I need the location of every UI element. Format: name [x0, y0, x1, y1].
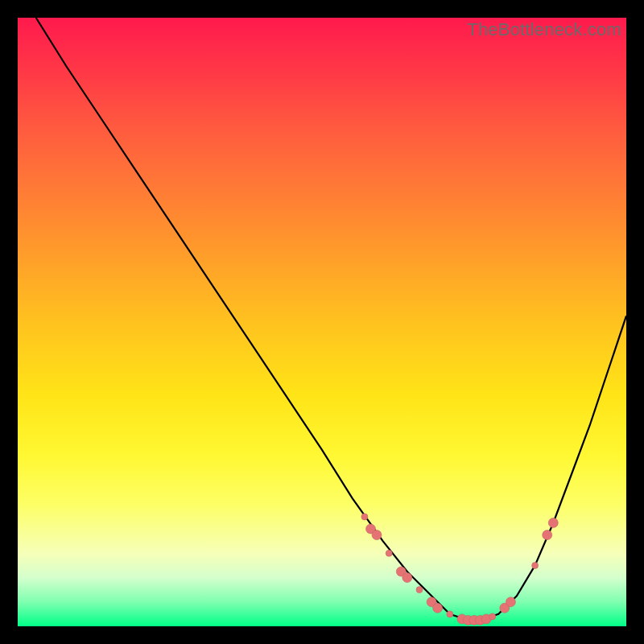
plot-gradient-background [18, 18, 626, 626]
chart-frame: TheBottleneck.com [18, 18, 626, 626]
watermark-text: TheBottleneck.com [467, 19, 621, 40]
